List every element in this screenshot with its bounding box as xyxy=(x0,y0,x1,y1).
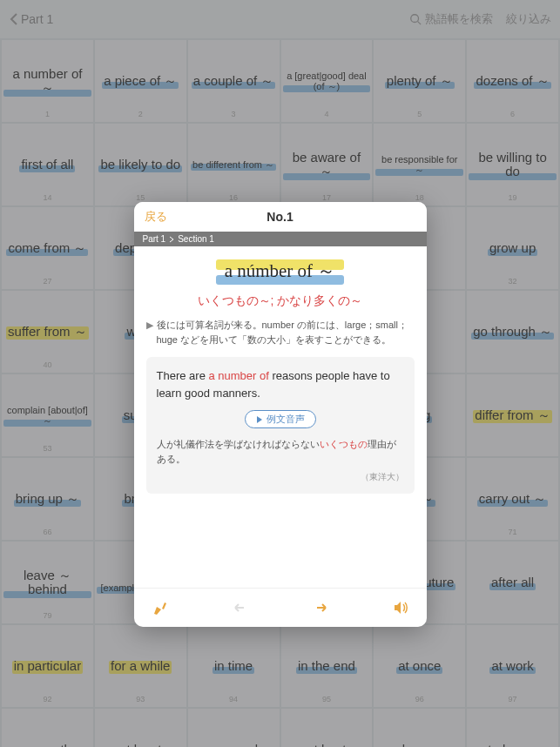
play-icon xyxy=(256,416,263,423)
arrow-right-icon xyxy=(312,599,329,616)
next-button[interactable] xyxy=(310,597,331,618)
phrase-text: a númber of ～ xyxy=(216,257,345,285)
audio-play-button[interactable]: 例文音声 xyxy=(245,410,316,428)
example-box: There are a number of reasons people hav… xyxy=(146,357,415,494)
modal-footer xyxy=(134,588,427,627)
detail-modal: 戻る No.1 Part 1 Section 1 a númber of ～ い… xyxy=(134,202,427,627)
modal-body: a númber of ～ いくつもの～; かなり多くの～ ▶ 後には可算名詞が… xyxy=(134,246,427,501)
example-source: （東洋大） xyxy=(157,471,404,483)
meaning-text: いくつもの～; かなり多くの～ xyxy=(146,293,415,309)
arrow-left-icon xyxy=(232,599,249,616)
chevron-right-icon xyxy=(169,236,174,243)
modal-header: 戻る No.1 xyxy=(134,202,427,232)
example-japanese: 人が礼儀作法を学ばなければならないいくつもの理由がある。 xyxy=(157,437,404,466)
usage-note: ▶ 後には可算名詞が来る。number の前には、large；small；hug… xyxy=(146,318,415,347)
crumb-part: Part 1 xyxy=(143,234,166,244)
modal-title: No.1 xyxy=(267,210,293,224)
modal-breadcrumb: Part 1 Section 1 xyxy=(134,232,427,246)
crumb-section: Section 1 xyxy=(178,234,214,244)
note-text: 後には可算名詞が来る。number の前には、large；small；huge … xyxy=(157,318,415,347)
phrase-container: a númber of ～ xyxy=(146,257,415,285)
speaker-icon xyxy=(392,599,409,616)
pencil-icon xyxy=(152,599,169,616)
draw-button[interactable] xyxy=(150,597,171,618)
modal-back-button[interactable]: 戻る xyxy=(145,209,167,225)
example-english: There are a number of reasons people hav… xyxy=(157,367,404,401)
prev-button[interactable] xyxy=(230,597,251,618)
note-arrow-icon: ▶ xyxy=(146,318,153,347)
sound-button[interactable] xyxy=(390,597,411,618)
audio-label: 例文音声 xyxy=(267,413,305,426)
